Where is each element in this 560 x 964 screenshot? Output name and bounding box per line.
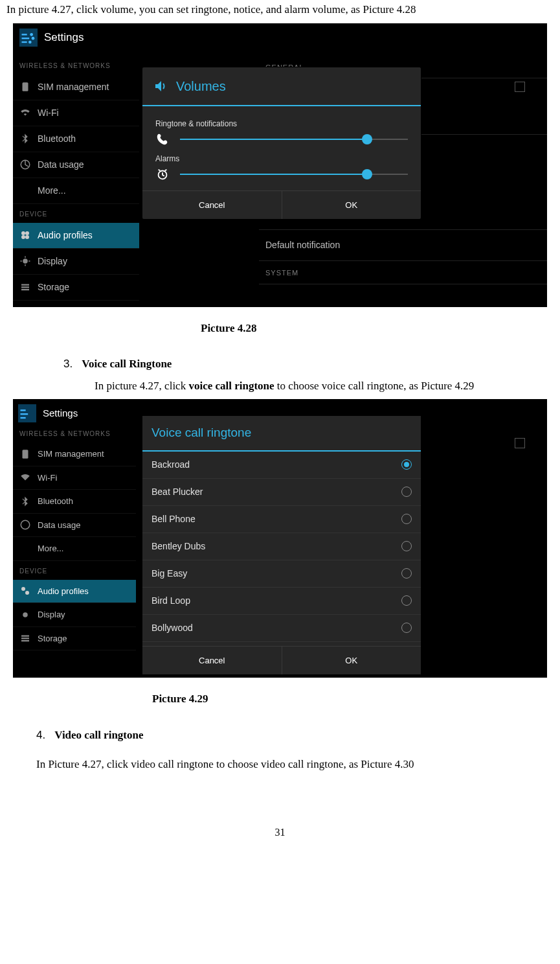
sidebar-item-sim[interactable]: SIM management xyxy=(13,442,136,466)
ringtone-option-label: Bird Loop xyxy=(151,594,190,608)
section4-title: Video call ringtone xyxy=(54,729,143,741)
alarm-thumb[interactable] xyxy=(362,169,372,179)
svg-point-9 xyxy=(25,231,29,235)
alarm-slider[interactable] xyxy=(180,168,408,181)
radio-indicator[interactable] xyxy=(401,623,412,633)
sidebar-item-sim[interactable]: SIM management xyxy=(13,75,139,100)
svg-point-22 xyxy=(21,587,25,591)
svg-rect-1 xyxy=(22,38,30,39)
ringtone-option[interactable]: Bentley Dubs xyxy=(142,533,421,560)
svg-rect-14 xyxy=(21,286,29,288)
section4-body: In Picture 4.27, click video call ringto… xyxy=(6,756,554,773)
sidebar-item-audio[interactable]: Audio profiles xyxy=(13,223,139,249)
ringtone-dialog: Voice call ringtone BackroadBeat Plucker… xyxy=(142,416,421,674)
intro-text: In picture 4.27, click volume, you can s… xyxy=(6,0,554,23)
bluetooth-icon xyxy=(19,496,31,507)
cancel-button[interactable]: Cancel xyxy=(142,191,282,220)
svg-rect-0 xyxy=(22,34,27,35)
radio-indicator[interactable] xyxy=(401,459,412,470)
svg-rect-15 xyxy=(21,289,29,290)
row-default-notification[interactable]: Default notification xyxy=(259,230,547,261)
sidebar-label: SIM management xyxy=(38,448,104,461)
category-wireless: WIRELESS & NETWORKS xyxy=(13,424,136,442)
sidebar-item-display[interactable]: Display xyxy=(13,603,136,627)
sidebar-item-storage[interactable]: Storage xyxy=(13,275,139,301)
ringtone-thumb[interactable] xyxy=(362,134,372,144)
ringtone-label: Ringtone & notifications xyxy=(155,118,408,130)
sidebar-item-wifi[interactable]: Wi-Fi xyxy=(13,100,139,126)
sidebar-label: Audio profiles xyxy=(38,585,89,598)
svg-rect-6 xyxy=(23,82,28,91)
sidebar-label: Bluetooth xyxy=(38,495,73,508)
ringtone-option[interactable]: Backroad xyxy=(142,452,421,479)
sidebar-item-more[interactable]: More... xyxy=(13,537,136,561)
svg-rect-26 xyxy=(21,638,29,639)
storage-icon xyxy=(19,632,31,644)
settings-sidebar-2: WIRELESS & NETWORKS SIM management Wi-Fi… xyxy=(13,424,136,650)
svg-point-8 xyxy=(21,231,25,235)
sidebar-label: Audio profiles xyxy=(38,229,93,242)
alarm-fill xyxy=(180,174,367,175)
radio-indicator[interactable] xyxy=(401,514,412,524)
ringtone-list[interactable]: BackroadBeat PluckerBell PhoneBentley Du… xyxy=(142,452,421,646)
page-number: 31 xyxy=(6,825,554,840)
ringtone-option[interactable]: Bell Phone xyxy=(142,506,421,533)
svg-rect-18 xyxy=(21,413,28,415)
sidebar-label: More... xyxy=(38,542,63,555)
radio-indicator[interactable] xyxy=(401,568,412,579)
radio-indicator[interactable] xyxy=(401,541,412,551)
ok-button[interactable]: OK xyxy=(282,647,421,675)
caption-2: Picture 4.29 xyxy=(6,691,554,707)
sim-icon xyxy=(19,448,31,460)
audio-icon xyxy=(19,229,31,241)
alarm-label: Alarms xyxy=(155,153,408,165)
screenshot-1: Settings WIRELESS & NETWORKS SIM managem… xyxy=(13,23,547,307)
sidebar-item-data[interactable]: Data usage xyxy=(13,152,139,178)
section3-title: Voice call Ringtone xyxy=(82,358,172,370)
cancel-button[interactable]: Cancel xyxy=(142,647,282,675)
audio-icon xyxy=(19,585,31,597)
checkbox-indicator[interactable] xyxy=(515,82,525,92)
data-icon xyxy=(19,519,31,531)
alarm-icon xyxy=(155,167,170,181)
sidebar-item-bluetooth[interactable]: Bluetooth xyxy=(13,490,136,514)
settings-app-icon xyxy=(18,404,36,422)
svg-rect-2 xyxy=(22,41,27,42)
ringtone-slider[interactable] xyxy=(180,133,408,146)
svg-point-21 xyxy=(21,521,30,530)
sidebar-label: Bluetooth xyxy=(38,132,76,146)
wifi-icon xyxy=(19,107,31,119)
checkbox-indicator[interactable] xyxy=(515,438,525,448)
svg-point-24 xyxy=(23,612,28,617)
sidebar-item-audio[interactable]: Audio profiles xyxy=(13,580,136,604)
volumes-title: Volumes xyxy=(176,76,226,96)
sidebar-item-wifi[interactable]: Wi-Fi xyxy=(13,466,136,490)
list-number-4: 4. xyxy=(36,727,52,744)
radio-indicator[interactable] xyxy=(401,595,412,606)
ringtone-option[interactable]: Beat Plucker xyxy=(142,479,421,506)
svg-point-10 xyxy=(21,235,25,239)
svg-point-4 xyxy=(32,36,35,40)
svg-rect-27 xyxy=(21,640,29,641)
section3-body: In picture 4.27, click voice call ringto… xyxy=(63,378,554,395)
radio-indicator[interactable] xyxy=(401,487,412,497)
ringtone-fill xyxy=(180,139,367,140)
sidebar-label: Display xyxy=(38,608,65,621)
sidebar-item-data[interactable]: Data usage xyxy=(13,514,136,538)
wifi-icon xyxy=(19,472,31,483)
ringtone-option[interactable]: Bollywood xyxy=(142,615,421,642)
sidebar-item-display[interactable]: Display xyxy=(13,249,139,275)
ringtone-option-label: Big Easy xyxy=(151,567,187,580)
sim-icon xyxy=(19,81,31,93)
ringtone-option[interactable]: Bird Loop xyxy=(142,588,421,615)
data-icon xyxy=(19,159,31,170)
ringtone-option-label: Bentley Dubs xyxy=(151,540,205,553)
sidebar-item-storage[interactable]: Storage xyxy=(13,627,136,651)
ok-button[interactable]: OK xyxy=(282,191,421,220)
ringtone-option-label: Bell Phone xyxy=(151,512,196,526)
sidebar-item-bluetooth[interactable]: Bluetooth xyxy=(13,126,139,152)
sidebar-item-more[interactable]: More... xyxy=(13,178,139,204)
ringtone-option[interactable]: Big Easy xyxy=(142,560,421,588)
svg-point-3 xyxy=(30,33,33,36)
category-wireless: WIRELESS & NETWORKS xyxy=(13,56,139,75)
